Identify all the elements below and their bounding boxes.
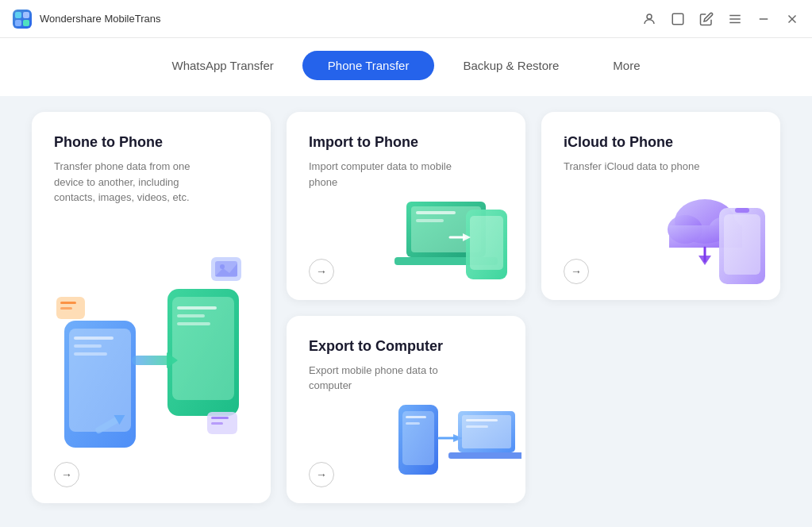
minimize-icon[interactable] bbox=[756, 12, 771, 26]
nav-bar: WhatsApp Transfer Phone Transfer Backup … bbox=[0, 38, 812, 96]
svg-rect-62 bbox=[466, 419, 498, 421]
svg-rect-22 bbox=[132, 356, 171, 365]
card-icloud-to-phone-desc: Transfer iCloud data to phone bbox=[564, 159, 722, 175]
svg-rect-33 bbox=[211, 422, 223, 425]
phone-to-phone-illustration bbox=[32, 225, 271, 464]
svg-rect-1 bbox=[23, 12, 29, 18]
card-export-to-computer-arrow[interactable]: → bbox=[309, 462, 334, 487]
tab-more[interactable]: More bbox=[587, 51, 665, 80]
card-import-to-phone[interactable]: Import to Phone Import computer data to … bbox=[287, 112, 525, 300]
user-icon[interactable] bbox=[642, 12, 656, 26]
card-import-to-phone-title: Import to Phone bbox=[309, 134, 503, 151]
svg-rect-20 bbox=[177, 314, 205, 317]
svg-rect-16 bbox=[74, 352, 107, 356]
app-icon bbox=[13, 10, 32, 29]
svg-rect-63 bbox=[466, 425, 488, 428]
svg-rect-56 bbox=[406, 416, 426, 418]
svg-marker-50 bbox=[698, 256, 711, 265]
svg-point-29 bbox=[220, 264, 225, 269]
svg-rect-3 bbox=[23, 20, 29, 26]
svg-rect-18 bbox=[172, 297, 234, 400]
svg-rect-32 bbox=[211, 417, 229, 419]
svg-rect-39 bbox=[416, 219, 444, 222]
svg-rect-25 bbox=[60, 302, 76, 304]
export-illustration bbox=[387, 389, 521, 495]
card-icloud-to-phone-arrow[interactable]: → bbox=[564, 259, 589, 284]
card-icloud-to-phone[interactable]: iCloud to Phone Transfer iCloud data to … bbox=[541, 112, 780, 300]
icloud-illustration bbox=[649, 186, 776, 292]
card-phone-to-phone-desc: Transfer phone data from one device to a… bbox=[54, 159, 213, 206]
svg-rect-26 bbox=[60, 307, 72, 310]
svg-rect-57 bbox=[406, 422, 420, 425]
tab-phone-transfer[interactable]: Phone Transfer bbox=[302, 51, 435, 80]
card-phone-to-phone-arrow[interactable]: → bbox=[54, 462, 79, 487]
menu-icon[interactable] bbox=[728, 12, 742, 26]
svg-point-4 bbox=[647, 14, 652, 19]
svg-rect-0 bbox=[15, 12, 21, 18]
title-bar-controls bbox=[642, 12, 799, 26]
edit-icon[interactable] bbox=[699, 12, 714, 26]
svg-rect-15 bbox=[74, 344, 102, 348]
tab-whatsapp-transfer[interactable]: WhatsApp Transfer bbox=[146, 51, 298, 80]
card-icloud-to-phone-title: iCloud to Phone bbox=[564, 134, 758, 151]
title-bar-left: Wondershare MobileTrans bbox=[13, 10, 160, 29]
card-export-to-computer-title: Export to Computer bbox=[309, 338, 503, 355]
svg-rect-64 bbox=[448, 452, 521, 459]
svg-rect-55 bbox=[402, 411, 434, 465]
close-icon[interactable] bbox=[785, 12, 799, 26]
title-bar: Wondershare MobileTrans bbox=[0, 0, 812, 38]
svg-rect-53 bbox=[735, 208, 749, 213]
card-import-to-phone-arrow[interactable]: → bbox=[309, 259, 334, 284]
svg-rect-14 bbox=[74, 337, 114, 340]
svg-rect-21 bbox=[177, 322, 210, 325]
svg-rect-19 bbox=[177, 306, 217, 310]
svg-rect-2 bbox=[15, 20, 21, 26]
main-content: Phone to Phone Transfer phone data from … bbox=[0, 96, 812, 527]
import-illustration bbox=[391, 186, 518, 292]
svg-rect-42 bbox=[470, 216, 503, 270]
svg-rect-38 bbox=[416, 211, 456, 214]
svg-rect-52 bbox=[724, 214, 760, 275]
card-phone-to-phone[interactable]: Phone to Phone Transfer phone data from … bbox=[32, 112, 271, 503]
app-title: Wondershare MobileTrans bbox=[40, 13, 160, 25]
card-export-to-computer[interactable]: Export to Computer Export mobile phone d… bbox=[287, 316, 525, 504]
svg-rect-5 bbox=[672, 13, 683, 25]
window-icon[interactable] bbox=[671, 12, 685, 26]
tab-backup-restore[interactable]: Backup & Restore bbox=[437, 51, 584, 80]
card-phone-to-phone-title: Phone to Phone bbox=[54, 134, 248, 151]
